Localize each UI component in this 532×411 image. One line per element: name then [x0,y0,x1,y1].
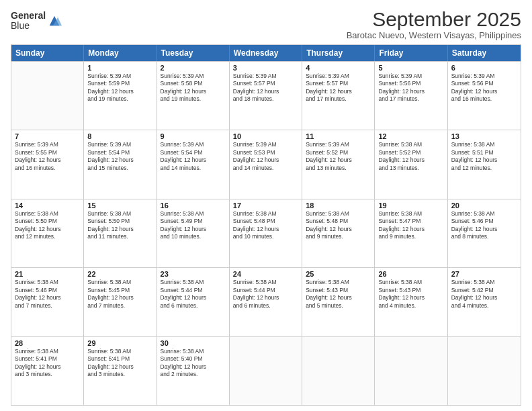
day-number: 26 [378,270,443,278]
day-number: 24 [233,270,298,278]
day-number: 25 [306,270,371,278]
day-number: 10 [233,132,298,140]
cell-text: Sunrise: 5:38 AMSunset: 5:44 PMDaylight:… [233,279,298,310]
calendar-cell: 22Sunrise: 5:38 AMSunset: 5:45 PMDayligh… [84,268,157,336]
subtitle: Barotac Nuevo, Western Visayas, Philippi… [347,30,521,40]
cell-text: Sunrise: 5:38 AMSunset: 5:52 PMDaylight:… [378,141,443,172]
calendar-cell: 27Sunrise: 5:38 AMSunset: 5:42 PMDayligh… [448,268,521,336]
cell-text: Sunrise: 5:38 AMSunset: 5:41 PMDaylight:… [87,348,152,379]
day-number: 5 [378,64,443,72]
day-header-wednesday: Wednesday [230,45,302,61]
day-number: 17 [233,201,298,210]
calendar-cell: 2Sunrise: 5:39 AMSunset: 5:58 PMDaylight… [157,62,230,130]
calendar-cell: 7Sunrise: 5:39 AMSunset: 5:55 PMDaylight… [11,130,84,198]
logo-text: General Blue [11,11,46,32]
day-number: 4 [306,64,371,72]
cell-text: Sunrise: 5:39 AMSunset: 5:53 PMDaylight:… [233,141,298,172]
cell-text: Sunrise: 5:39 AMSunset: 5:58 PMDaylight:… [161,73,226,103]
cell-text: Sunrise: 5:38 AMSunset: 5:45 PMDaylight:… [87,279,152,310]
cell-text: Sunrise: 5:39 AMSunset: 5:54 PMDaylight:… [161,141,226,172]
calendar-cell: 19Sunrise: 5:38 AMSunset: 5:47 PMDayligh… [375,199,447,267]
cell-text: Sunrise: 5:38 AMSunset: 5:42 PMDaylight:… [451,279,517,310]
day-number: 29 [87,339,152,347]
cell-text: Sunrise: 5:38 AMSunset: 5:41 PMDaylight:… [15,348,80,379]
calendar-cell: 21Sunrise: 5:38 AMSunset: 5:46 PMDayligh… [11,268,84,336]
calendar-cell: 13Sunrise: 5:38 AMSunset: 5:51 PMDayligh… [448,130,521,198]
calendar-cell: 3Sunrise: 5:39 AMSunset: 5:57 PMDaylight… [230,62,302,130]
calendar-cell [230,337,302,405]
day-number: 2 [161,64,226,72]
calendar-cell: 17Sunrise: 5:38 AMSunset: 5:48 PMDayligh… [230,199,302,267]
calendar-cell [448,337,521,405]
calendar-cell: 1Sunrise: 5:39 AMSunset: 5:59 PMDaylight… [84,62,157,130]
day-number: 30 [161,339,226,347]
calendar-cell: 16Sunrise: 5:38 AMSunset: 5:49 PMDayligh… [157,199,230,267]
day-header-saturday: Saturday [448,45,521,61]
calendar-cell: 9Sunrise: 5:39 AMSunset: 5:54 PMDaylight… [157,130,230,198]
calendar-cell [375,337,447,405]
cell-text: Sunrise: 5:38 AMSunset: 5:49 PMDaylight:… [161,210,226,241]
calendar-cell: 4Sunrise: 5:39 AMSunset: 5:57 PMDaylight… [302,62,375,130]
calendar-cell: 8Sunrise: 5:39 AMSunset: 5:54 PMDaylight… [84,130,157,198]
calendar-cell: 23Sunrise: 5:38 AMSunset: 5:44 PMDayligh… [157,268,230,336]
logo: General Blue [11,11,62,32]
day-number: 28 [15,339,80,347]
logo-icon [47,13,62,28]
calendar-cell: 15Sunrise: 5:38 AMSunset: 5:50 PMDayligh… [84,199,157,267]
day-number: 14 [15,201,80,210]
cell-text: Sunrise: 5:39 AMSunset: 5:57 PMDaylight:… [306,73,371,103]
month-title: September 2025 [347,8,521,30]
day-header-sunday: Sunday [11,45,84,61]
calendar-cell: 30Sunrise: 5:38 AMSunset: 5:40 PMDayligh… [157,337,230,405]
calendar-row-2: 7Sunrise: 5:39 AMSunset: 5:55 PMDaylight… [11,130,521,198]
calendar-row-4: 21Sunrise: 5:38 AMSunset: 5:46 PMDayligh… [11,267,521,336]
day-number: 21 [15,270,80,278]
day-number: 22 [87,270,152,278]
day-header-tuesday: Tuesday [157,45,230,61]
logo-general: General [11,10,46,21]
calendar-cell [11,62,84,130]
page: General Blue September 2025 Barotac Nuev… [0,0,532,411]
day-header-thursday: Thursday [302,45,375,61]
cell-text: Sunrise: 5:38 AMSunset: 5:47 PMDaylight:… [378,210,443,241]
cell-text: Sunrise: 5:39 AMSunset: 5:55 PMDaylight:… [15,141,80,172]
calendar-row-1: 1Sunrise: 5:39 AMSunset: 5:59 PMDaylight… [11,61,521,130]
cell-text: Sunrise: 5:38 AMSunset: 5:46 PMDaylight:… [15,279,80,310]
cell-text: Sunrise: 5:39 AMSunset: 5:56 PMDaylight:… [451,73,517,103]
cell-text: Sunrise: 5:38 AMSunset: 5:46 PMDaylight:… [451,210,517,241]
calendar-cell: 6Sunrise: 5:39 AMSunset: 5:56 PMDaylight… [448,62,521,130]
cell-text: Sunrise: 5:39 AMSunset: 5:59 PMDaylight:… [87,73,152,103]
calendar-cell: 10Sunrise: 5:39 AMSunset: 5:53 PMDayligh… [230,130,302,198]
day-number: 1 [87,64,152,72]
day-number: 8 [87,132,152,140]
day-number: 23 [161,270,226,278]
cell-text: Sunrise: 5:38 AMSunset: 5:50 PMDaylight:… [87,210,152,241]
cell-text: Sunrise: 5:38 AMSunset: 5:43 PMDaylight:… [306,279,371,310]
cell-text: Sunrise: 5:38 AMSunset: 5:40 PMDaylight:… [161,348,226,379]
day-number: 20 [451,201,517,210]
cell-text: Sunrise: 5:39 AMSunset: 5:54 PMDaylight:… [87,141,152,172]
cell-text: Sunrise: 5:38 AMSunset: 5:44 PMDaylight:… [161,279,226,310]
calendar-cell: 26Sunrise: 5:38 AMSunset: 5:43 PMDayligh… [375,268,447,336]
cell-text: Sunrise: 5:39 AMSunset: 5:57 PMDaylight:… [233,73,298,103]
calendar-row-5: 28Sunrise: 5:38 AMSunset: 5:41 PMDayligh… [11,336,521,405]
cell-text: Sunrise: 5:39 AMSunset: 5:52 PMDaylight:… [306,141,371,172]
day-number: 3 [233,64,298,72]
header: General Blue September 2025 Barotac Nuev… [11,8,521,40]
calendar-cell: 12Sunrise: 5:38 AMSunset: 5:52 PMDayligh… [375,130,447,198]
calendar-cell: 25Sunrise: 5:38 AMSunset: 5:43 PMDayligh… [302,268,375,336]
day-number: 27 [451,270,517,278]
calendar-cell: 18Sunrise: 5:38 AMSunset: 5:48 PMDayligh… [302,199,375,267]
calendar-cell: 24Sunrise: 5:38 AMSunset: 5:44 PMDayligh… [230,268,302,336]
day-number: 9 [161,132,226,140]
calendar-cell: 20Sunrise: 5:38 AMSunset: 5:46 PMDayligh… [448,199,521,267]
cell-text: Sunrise: 5:38 AMSunset: 5:48 PMDaylight:… [233,210,298,241]
calendar-cell: 11Sunrise: 5:39 AMSunset: 5:52 PMDayligh… [302,130,375,198]
cell-text: Sunrise: 5:38 AMSunset: 5:48 PMDaylight:… [306,210,371,241]
day-number: 11 [306,132,371,140]
calendar-cell [302,337,375,405]
day-number: 16 [161,201,226,210]
title-block: September 2025 Barotac Nuevo, Western Vi… [347,8,521,40]
logo-blue: Blue [11,20,30,31]
cell-text: Sunrise: 5:38 AMSunset: 5:51 PMDaylight:… [451,141,517,172]
